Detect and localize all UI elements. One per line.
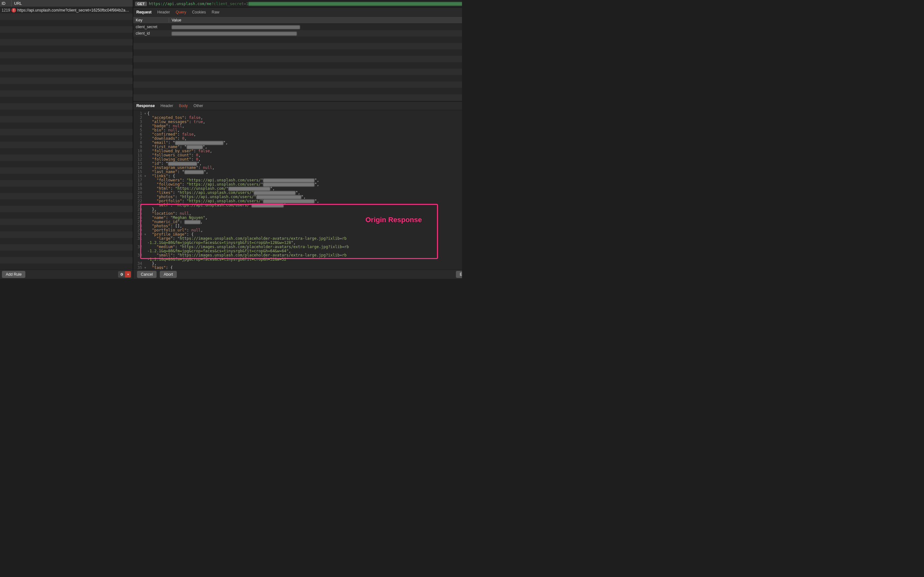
key-col-header[interactable]: Key	[133, 18, 169, 23]
row-id: 1219	[2, 8, 11, 13]
sidebar-footer: Add Rule ▾	[0, 269, 133, 279]
tab-response[interactable]: Response	[136, 103, 155, 108]
request-url[interactable]: https://api.unsplash.com/me?client_secre…	[149, 2, 462, 6]
tab-query[interactable]: Query	[176, 10, 186, 15]
response-body-viewer[interactable]: 1▾{2 "accepted_tos": false,3 "allow_mess…	[133, 110, 462, 269]
col-id-header[interactable]: ID	[0, 0, 11, 7]
rules-table-header: ID URL	[0, 0, 133, 7]
detail-panel: GET https://api.unsplash.com/me?client_s…	[133, 0, 462, 279]
gear-icon[interactable]	[118, 271, 125, 277]
tab-cookies[interactable]: Cookies	[192, 10, 206, 15]
add-rule-button[interactable]: Add Rule	[2, 271, 25, 278]
value-col-header[interactable]: Value	[169, 18, 184, 23]
chevron-down-icon[interactable]: ▾	[125, 271, 131, 277]
param-key: client_id	[133, 31, 169, 35]
tab-response-header[interactable]: Header	[160, 103, 173, 108]
rules-sidebar: ID URL 1219 ! https://api.unsplash.com/m…	[0, 0, 133, 279]
table-row[interactable]: client_secret	[133, 24, 462, 30]
tab-response-other[interactable]: Other	[194, 103, 203, 108]
param-value	[169, 31, 299, 35]
request-tabs: Request Header Query Cookies Raw	[133, 8, 462, 17]
param-key: client_secret	[133, 25, 169, 29]
query-table-header: Key Value	[133, 17, 462, 24]
response-tabs: Response Header Body Other	[133, 101, 462, 110]
redacted-query	[248, 2, 462, 6]
table-row[interactable]: client_id	[133, 30, 462, 37]
error-icon: !	[11, 8, 16, 13]
col-url-header[interactable]: URL	[11, 0, 24, 7]
cancel-button[interactable]: Cancel	[137, 271, 157, 278]
rules-table-body: 1219 ! https://api.unsplash.com/me?clien…	[0, 7, 133, 269]
url-bar: GET https://api.unsplash.com/me?client_s…	[133, 0, 462, 8]
abort-button[interactable]: Abort	[160, 271, 177, 278]
table-row[interactable]: 1219 ! https://api.unsplash.com/me?clien…	[0, 7, 133, 13]
tab-raw[interactable]: Raw	[212, 10, 220, 15]
detail-footer: Cancel Abort Execute	[133, 269, 462, 279]
query-table-body: client_secret client_id	[133, 24, 462, 101]
tab-request[interactable]: Request	[136, 10, 152, 15]
tab-header[interactable]: Header	[157, 10, 170, 15]
execute-button[interactable]: Execute	[456, 271, 462, 278]
annotation-label: Origin Response	[365, 218, 422, 222]
param-value	[169, 25, 302, 29]
tab-response-body[interactable]: Body	[179, 103, 188, 108]
row-url: https://api.unsplash.com/me?client_secre…	[17, 8, 131, 13]
http-method-badge[interactable]: GET	[135, 2, 147, 6]
